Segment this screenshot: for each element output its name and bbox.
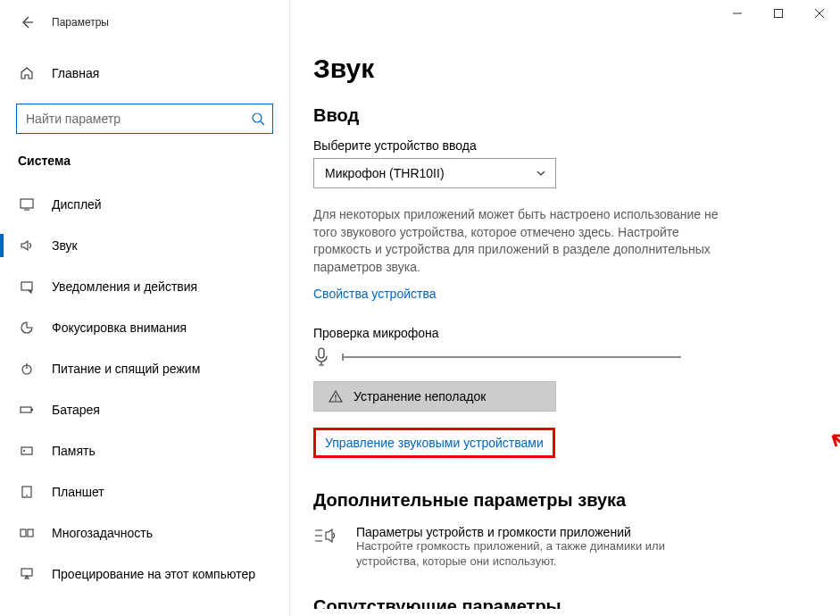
nav-item-focus[interactable]: Фокусировка внимания (0, 307, 289, 348)
input-device-dropdown[interactable]: Микрофон (THR10II) (313, 158, 556, 188)
svg-rect-11 (28, 529, 33, 537)
battery-icon (18, 403, 36, 417)
svg-point-9 (26, 495, 28, 496)
svg-point-15 (335, 400, 337, 402)
main-content: Звук Ввод Выберите устройство ввода Микр… (290, 0, 840, 616)
svg-rect-5 (31, 409, 33, 411)
nav-item-sound[interactable]: Звук (0, 225, 289, 266)
display-icon (18, 197, 36, 212)
page-title: Звук (313, 54, 815, 84)
nav-item-battery[interactable]: Батарея (0, 389, 289, 430)
mixer-icon (313, 525, 340, 570)
power-icon (18, 362, 36, 376)
nav-label: Планшет (52, 485, 104, 499)
advanced-heading: Дополнительные параметры звука (313, 490, 815, 511)
svg-rect-6 (21, 447, 32, 454)
svg-point-7 (23, 450, 25, 452)
manage-sound-devices-link[interactable]: Управление звуковыми устройствами (325, 436, 544, 450)
nav-list: Дисплей Звук Уведомления и действия Фоку… (0, 184, 289, 595)
warning-icon (329, 389, 343, 404)
chevron-down-icon (536, 168, 546, 179)
close-icon (815, 9, 824, 18)
app-volume-desc: Настройте громкость приложений, а также … (356, 539, 695, 570)
nav-label: Память (52, 444, 96, 458)
svg-rect-10 (21, 529, 26, 537)
minimize-icon (733, 9, 742, 18)
search-icon (251, 112, 265, 126)
notifications-icon (18, 279, 36, 294)
home-icon (18, 66, 36, 80)
nav-label: Фокусировка внимания (52, 320, 187, 335)
svg-rect-4 (21, 407, 31, 412)
troubleshoot-label: Устранение неполадок (353, 389, 486, 404)
annotation-highlight: Управление звуковыми устройствами (313, 428, 555, 458)
category-title: Система (0, 134, 289, 173)
focus-icon (18, 320, 36, 335)
nav-item-display[interactable]: Дисплей (0, 184, 289, 225)
nav-item-projecting[interactable]: Проецирование на этот компьютер (0, 554, 289, 595)
search-box[interactable] (16, 104, 273, 134)
maximize-icon (774, 9, 783, 18)
nav-label: Батарея (52, 403, 100, 417)
nav-item-notifications[interactable]: Уведомления и действия (0, 266, 289, 307)
sound-icon (18, 238, 36, 253)
storage-icon (18, 444, 36, 458)
tablet-icon (18, 485, 36, 499)
nav-label: Многозадачность (52, 526, 153, 540)
minimize-button[interactable] (717, 0, 758, 27)
sidebar: Параметры Главная Система Дисплей Звук (0, 0, 290, 616)
mic-level-bar (342, 356, 681, 358)
search-input[interactable] (26, 112, 251, 126)
input-description: Для некоторых приложений может быть наст… (313, 206, 724, 276)
troubleshoot-button[interactable]: Устранение неполадок (313, 381, 556, 412)
close-button[interactable] (799, 0, 840, 27)
svg-rect-13 (775, 10, 783, 18)
app-volume-title: Параметры устройств и громкости приложен… (356, 525, 695, 539)
nav-label: Проецирование на этот компьютер (52, 567, 255, 581)
svg-rect-12 (21, 569, 32, 576)
svg-point-0 (253, 113, 262, 122)
maximize-button[interactable] (758, 0, 799, 27)
mic-test-label: Проверка микрофона (313, 326, 815, 340)
related-heading-cutoff: Сопутствующие параметры (313, 596, 815, 609)
projecting-icon (18, 567, 36, 581)
app-title: Параметры (52, 16, 109, 29)
input-heading: Ввод (313, 105, 815, 126)
nav-label: Дисплей (52, 197, 102, 212)
annotation-arrow-icon (822, 425, 840, 479)
device-select-label: Выберите устройство ввода (313, 138, 815, 153)
home-label: Главная (52, 66, 99, 80)
nav-label: Питание и спящий режим (52, 362, 200, 376)
dropdown-value: Микрофон (THR10II) (325, 166, 445, 180)
nav-label: Уведомления и действия (52, 279, 197, 294)
sidebar-home[interactable]: Главная (0, 55, 289, 91)
nav-item-tablet[interactable]: Планшет (0, 471, 289, 512)
nav-item-storage[interactable]: Память (0, 430, 289, 471)
nav-item-power[interactable]: Питание и спящий режим (0, 348, 289, 389)
back-button[interactable] (14, 10, 39, 35)
nav-item-multitasking[interactable]: Многозадачность (0, 512, 289, 554)
window-controls (717, 0, 840, 27)
microphone-icon (313, 347, 329, 367)
arrow-left-icon (20, 15, 34, 29)
device-properties-link[interactable]: Свойства устройства (313, 287, 437, 301)
svg-rect-1 (21, 199, 33, 208)
svg-rect-14 (319, 348, 324, 358)
app-volume-item[interactable]: Параметры устройств и громкости приложен… (313, 525, 815, 570)
svg-rect-2 (21, 282, 32, 290)
nav-label: Звук (52, 238, 78, 253)
multitasking-icon (18, 526, 36, 540)
